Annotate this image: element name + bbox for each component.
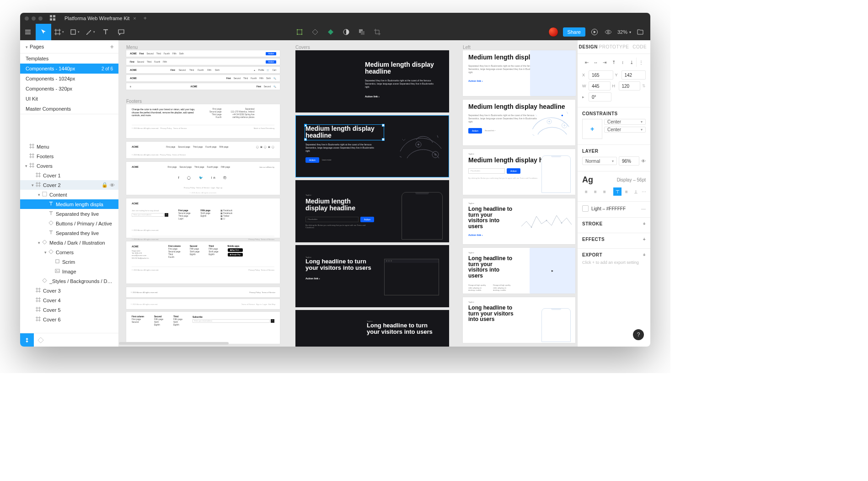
tab-code[interactable]: CODE [629, 40, 651, 53]
page-item[interactable]: Components - 320px [20, 84, 118, 94]
layer-row[interactable]: ▾Covers [20, 161, 118, 171]
layer-row[interactable]: Medium length displa [20, 199, 118, 209]
comment-tool[interactable] [113, 24, 129, 40]
constraint-v-dropdown[interactable]: Center▾ [604, 127, 646, 133]
layer-row[interactable]: ▾Content [20, 190, 118, 199]
w-input[interactable]: 445 [589, 81, 611, 91]
library-icon[interactable] [636, 24, 645, 40]
user-avatar[interactable] [548, 27, 558, 37]
layer-row[interactable]: Cover 1 [20, 171, 118, 180]
align-center-v-icon[interactable]: ↕ [618, 58, 627, 67]
layer-row[interactable]: Buttons / Primary / Active [20, 219, 118, 228]
constraint-h-dropdown[interactable]: Center▾ [604, 119, 646, 125]
tab-design[interactable]: DESIGN [578, 40, 599, 53]
traffic-max[interactable] [38, 16, 43, 21]
tab-prototype[interactable]: PROTOTYPE [599, 40, 629, 53]
frame-tool[interactable] [51, 24, 67, 40]
text-more-icon[interactable]: ⋯ [642, 189, 646, 194]
opacity-input[interactable]: 96% [619, 156, 639, 166]
rotation-input[interactable]: 0° [589, 92, 611, 102]
layer-row[interactable]: ▾Corners [20, 247, 118, 257]
disclosure-icon[interactable]: ▾ [43, 250, 48, 255]
traffic-min[interactable] [32, 16, 36, 21]
page-item[interactable]: Master Components [20, 104, 118, 114]
layer-row[interactable]: Cover 4 [20, 295, 118, 305]
mask-icon[interactable] [338, 24, 354, 40]
crop-icon[interactable] [370, 24, 385, 40]
disclosure-icon[interactable]: ▾ [37, 192, 41, 197]
x-input[interactable]: 165 [589, 70, 613, 80]
close-tab-icon[interactable]: × [133, 16, 136, 21]
text-valign-bottom-icon[interactable]: ⊥ [632, 187, 640, 196]
add-page-icon[interactable]: + [110, 43, 114, 50]
layers-panel[interactable]: MenuFooters▾CoversCover 1▾Cover 2🔒👁▾Cont… [20, 142, 118, 333]
pages-header[interactable]: ▾Pages + [20, 40, 118, 53]
add-stroke-icon[interactable]: + [643, 221, 646, 226]
new-tab-button[interactable]: + [144, 15, 147, 21]
canvas[interactable]: Menu Footers Covers Left ACME FirstSecon… [119, 40, 577, 347]
traffic-close[interactable] [25, 16, 29, 21]
page-item[interactable]: Components - 1024px [20, 74, 118, 84]
text-tool[interactable] [98, 24, 113, 40]
link-wh-icon[interactable]: ⇅ [642, 84, 646, 88]
canvas-horizontal-scrollbar[interactable] [119, 342, 229, 345]
layer-row[interactable]: ▾Media / Dark / Illustration [20, 238, 118, 247]
page-item[interactable]: Templates [20, 53, 118, 64]
blend-dropdown[interactable]: Normal▾ [582, 157, 617, 165]
move-tool[interactable] [36, 24, 51, 40]
page-item[interactable]: UI Kit [20, 94, 118, 104]
assets-tab-icon[interactable] [20, 333, 34, 347]
constraints-widget[interactable]: + [582, 119, 602, 139]
disclosure-icon[interactable]: ▾ [24, 164, 28, 168]
document-tab[interactable]: Platforma Web Wireframe Kit × [64, 16, 136, 21]
components-tab-icon[interactable] [34, 337, 48, 343]
layer-row[interactable]: Separated they live [20, 228, 118, 238]
disclosure-icon[interactable]: ▾ [30, 183, 35, 187]
add-effect-icon[interactable]: + [643, 237, 646, 242]
component-icon[interactable] [323, 24, 338, 40]
menu-button[interactable] [20, 24, 36, 40]
layer-row[interactable]: Scrim [20, 257, 118, 267]
layer-row[interactable]: Separated they live [20, 209, 118, 219]
distribute-icon[interactable]: ⋮ [636, 58, 646, 67]
align-center-h-icon[interactable]: ↔ [591, 58, 600, 67]
layer-row[interactable]: Menu [20, 142, 118, 151]
edit-object-icon[interactable] [292, 24, 307, 40]
remove-fill-icon[interactable]: — [641, 206, 646, 211]
text-align-right-icon[interactable]: ≡ [600, 187, 609, 196]
present-icon[interactable] [590, 24, 599, 40]
pen-tool[interactable] [82, 24, 98, 40]
share-button[interactable]: Share [563, 27, 585, 37]
disclosure-icon[interactable]: ▾ [37, 240, 41, 245]
align-left-icon[interactable]: ⇤ [582, 58, 591, 67]
layer-row[interactable]: Cover 3 [20, 286, 118, 295]
align-bottom-icon[interactable]: ⤓ [627, 58, 637, 67]
visibility-icon[interactable]: 👁 [641, 159, 646, 164]
h-input[interactable]: 120 [619, 81, 641, 91]
add-export-icon[interactable]: + [643, 252, 646, 257]
text-align-left-icon[interactable]: ≡ [582, 187, 590, 196]
layer-row[interactable]: Image [20, 267, 118, 276]
shape-tool[interactable] [67, 24, 82, 40]
layer-row[interactable]: Footers [20, 151, 118, 161]
help-button[interactable]: ? [633, 329, 644, 340]
lock-icon[interactable]: 🔒 [102, 182, 108, 188]
selection-text[interactable]: Medium length display headline [305, 125, 383, 139]
align-right-icon[interactable]: ⇥ [600, 58, 609, 67]
text-align-center-icon[interactable]: ≡ [591, 187, 600, 196]
layer-row[interactable]: _Styles / Backgrounds / Dark I... [20, 276, 118, 286]
home-icon[interactable] [50, 15, 55, 22]
reset-icon[interactable] [307, 24, 323, 40]
page-item[interactable]: Components - 1440px 2 of 6 [20, 64, 118, 74]
align-top-icon[interactable]: ⤒ [609, 58, 618, 67]
layer-row[interactable]: Cover 5 [20, 305, 118, 315]
layer-row[interactable]: ▾Cover 2🔒👁 [20, 180, 118, 190]
y-input[interactable]: 142 [622, 70, 646, 80]
fill-swatch[interactable] [582, 205, 589, 212]
text-valign-top-icon[interactable]: ⊤ [613, 187, 622, 196]
eye-icon[interactable]: 👁 [110, 182, 115, 188]
layer-row[interactable]: Cover 6 [20, 315, 118, 324]
boolean-icon[interactable] [354, 24, 370, 40]
zoom-dropdown[interactable]: 32% ▾ [617, 29, 631, 35]
view-icon[interactable] [604, 24, 613, 40]
